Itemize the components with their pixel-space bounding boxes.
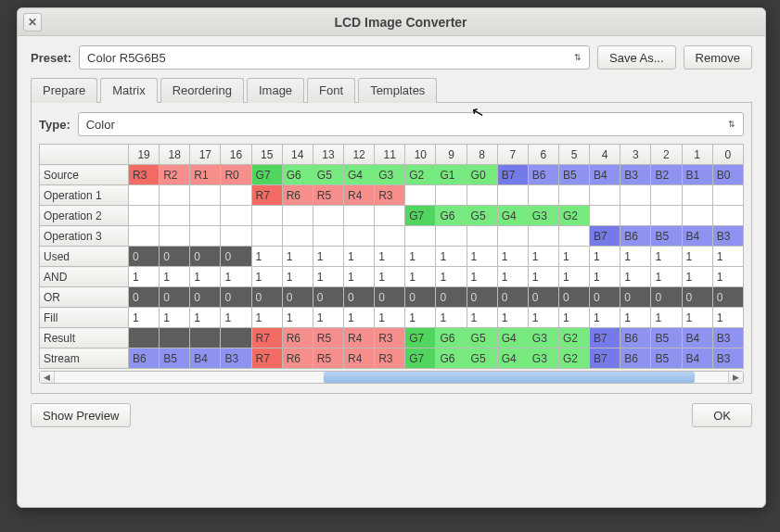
matrix-cell[interactable] <box>160 206 190 226</box>
matrix-cell[interactable]: R0 <box>221 165 251 185</box>
matrix-cell[interactable]: 1 <box>651 247 682 267</box>
preset-combo[interactable]: Color R5G6B5 ⇅ <box>79 45 590 70</box>
matrix-cell[interactable]: G2 <box>558 328 589 348</box>
matrix-cell[interactable] <box>651 206 682 226</box>
matrix-cell[interactable]: 1 <box>129 267 160 287</box>
matrix-cell[interactable]: B5 <box>558 165 589 185</box>
matrix-cell[interactable]: B5 <box>160 348 190 369</box>
matrix-cell[interactable]: R6 <box>282 348 313 369</box>
matrix-cell[interactable] <box>221 226 251 247</box>
matrix-cell[interactable] <box>467 226 497 247</box>
matrix-cell[interactable] <box>620 185 651 206</box>
matrix-cell[interactable]: 1 <box>558 308 589 328</box>
matrix-cell[interactable]: R6 <box>282 328 313 348</box>
matrix-cell[interactable] <box>313 206 343 226</box>
scroll-left-icon[interactable]: ◀ <box>40 372 55 383</box>
matrix-cell[interactable]: 1 <box>712 267 743 287</box>
tab-font[interactable]: Font <box>307 78 355 103</box>
matrix-cell[interactable]: 1 <box>497 308 528 328</box>
matrix-cell[interactable] <box>282 206 313 226</box>
matrix-cell[interactable]: 0 <box>190 247 221 267</box>
matrix-cell[interactable]: 1 <box>313 247 343 267</box>
matrix-cell[interactable]: 0 <box>129 247 160 267</box>
matrix-cell[interactable]: R6 <box>282 185 313 206</box>
matrix-cell[interactable]: R2 <box>160 165 190 185</box>
matrix-cell[interactable]: 0 <box>497 287 528 308</box>
matrix-cell[interactable]: 1 <box>682 247 712 267</box>
matrix-cell[interactable]: B6 <box>129 348 160 369</box>
matrix-cell[interactable]: B3 <box>712 226 743 247</box>
matrix-cell[interactable]: 1 <box>651 267 682 287</box>
matrix-cell[interactable]: 1 <box>497 247 528 267</box>
matrix-cell[interactable]: G6 <box>436 328 467 348</box>
matrix-cell[interactable]: R1 <box>190 165 221 185</box>
matrix-cell[interactable]: B6 <box>620 328 651 348</box>
matrix-cell[interactable]: B7 <box>590 226 620 247</box>
matrix-cell[interactable]: B5 <box>651 328 682 348</box>
matrix-cell[interactable]: 0 <box>682 287 712 308</box>
matrix-cell[interactable]: 1 <box>558 267 589 287</box>
matrix-cell[interactable]: 1 <box>405 247 436 267</box>
matrix-cell[interactable]: B2 <box>651 165 682 185</box>
matrix-cell[interactable]: G1 <box>436 165 467 185</box>
matrix-cell[interactable]: B4 <box>682 226 712 247</box>
matrix-cell[interactable]: 0 <box>405 287 436 308</box>
ok-button[interactable]: OK <box>692 403 752 427</box>
tab-templates[interactable]: Templates <box>358 78 437 103</box>
matrix-cell[interactable]: R7 <box>251 185 282 206</box>
matrix-cell[interactable]: G4 <box>497 348 528 369</box>
horizontal-scrollbar[interactable]: ◀ ▶ <box>39 371 744 384</box>
matrix-cell[interactable]: 1 <box>467 247 497 267</box>
matrix-cell[interactable]: 1 <box>313 308 343 328</box>
matrix-cell[interactable]: 0 <box>160 287 190 308</box>
matrix-cell[interactable]: R4 <box>343 328 374 348</box>
matrix-cell[interactable] <box>221 328 251 348</box>
matrix-cell[interactable]: G7 <box>405 206 436 226</box>
matrix-cell[interactable] <box>251 206 282 226</box>
matrix-cell[interactable]: 1 <box>528 247 558 267</box>
type-combo[interactable]: Color ⇅ <box>78 112 744 136</box>
matrix-cell[interactable]: G4 <box>343 165 374 185</box>
matrix-cell[interactable] <box>651 185 682 206</box>
matrix-cell[interactable]: 1 <box>221 308 251 328</box>
matrix-cell[interactable]: R4 <box>343 185 374 206</box>
matrix-cell[interactable]: 0 <box>282 287 313 308</box>
matrix-cell[interactable]: B6 <box>620 226 651 247</box>
matrix-cell[interactable]: 1 <box>282 247 313 267</box>
matrix-cell[interactable]: B3 <box>712 348 743 369</box>
matrix-cell[interactable]: 0 <box>375 287 405 308</box>
scroll-right-icon[interactable]: ▶ <box>728 372 743 383</box>
matrix-cell[interactable]: 1 <box>375 267 405 287</box>
matrix-cell[interactable]: 1 <box>467 267 497 287</box>
matrix-cell[interactable]: 1 <box>467 308 497 328</box>
matrix-cell[interactable]: G7 <box>251 165 282 185</box>
matrix-cell[interactable]: B1 <box>682 165 712 185</box>
matrix-cell[interactable]: 1 <box>528 308 558 328</box>
matrix-cell[interactable]: 1 <box>313 267 343 287</box>
matrix-cell[interactable] <box>620 206 651 226</box>
matrix-cell[interactable] <box>405 185 436 206</box>
matrix-cell[interactable]: B6 <box>620 348 651 369</box>
matrix-cell[interactable]: 0 <box>558 287 589 308</box>
matrix-cell[interactable]: 1 <box>436 308 467 328</box>
matrix-cell[interactable]: 1 <box>405 308 436 328</box>
matrix-cell[interactable] <box>190 206 221 226</box>
matrix-cell[interactable] <box>590 185 620 206</box>
matrix-cell[interactable]: G7 <box>405 348 436 369</box>
tab-reordering[interactable]: Reordering <box>160 78 244 103</box>
matrix-cell[interactable]: 1 <box>590 247 620 267</box>
matrix-cell[interactable]: 1 <box>712 308 743 328</box>
matrix-cell[interactable]: 1 <box>590 308 620 328</box>
matrix-cell[interactable] <box>436 185 467 206</box>
matrix-cell[interactable]: G3 <box>528 348 558 369</box>
matrix-cell[interactable]: G3 <box>375 165 405 185</box>
matrix-cell[interactable]: B4 <box>682 348 712 369</box>
tab-image[interactable]: Image <box>247 78 304 103</box>
matrix-cell[interactable]: 1 <box>436 247 467 267</box>
matrix-cell[interactable]: 1 <box>405 267 436 287</box>
matrix-cell[interactable]: 1 <box>282 267 313 287</box>
matrix-cell[interactable] <box>405 226 436 247</box>
matrix-cell[interactable] <box>190 185 221 206</box>
matrix-cell[interactable]: 1 <box>682 308 712 328</box>
matrix-cell[interactable] <box>436 226 467 247</box>
